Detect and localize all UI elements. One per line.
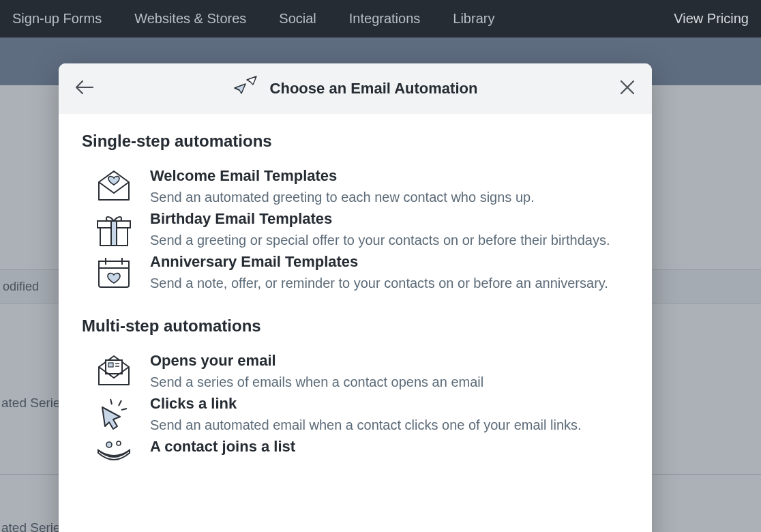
section-single-step: Single-step automations xyxy=(82,132,629,151)
calendar-heart-icon xyxy=(94,253,134,290)
option-opens-email[interactable]: Opens your email Send a series of emails… xyxy=(82,352,629,392)
nav-library[interactable]: Library xyxy=(453,11,494,27)
cursor-click-icon xyxy=(94,395,134,432)
svg-point-14 xyxy=(106,442,112,447)
top-nav: Sign-up Forms Websites & Stores Social I… xyxy=(0,0,761,38)
nav-view-pricing[interactable]: View Pricing xyxy=(674,11,749,26)
close-button[interactable] xyxy=(619,79,636,98)
option-contact-joins-list[interactable]: A contact joins a list xyxy=(82,438,629,462)
option-clicks-link[interactable]: Clicks a link Send an automated email wh… xyxy=(82,395,629,435)
nav-social[interactable]: Social xyxy=(279,11,316,27)
option-title: Anniversary Email Templates xyxy=(150,253,629,271)
envelope-letter-icon xyxy=(94,352,134,387)
svg-line-11 xyxy=(110,399,112,404)
paper-planes-icon xyxy=(233,76,260,102)
svg-rect-8 xyxy=(108,363,113,367)
option-title: A contact joins a list xyxy=(150,438,629,456)
envelope-heart-icon xyxy=(94,167,134,203)
modal-overlay: Choose an Email Automation Single-step a… xyxy=(0,38,761,532)
option-desc: Send a series of emails when a contact o… xyxy=(150,372,629,392)
gift-icon xyxy=(94,210,134,248)
nav-integrations[interactable]: Integrations xyxy=(349,11,421,27)
close-icon xyxy=(619,79,636,95)
option-desc: Send an automated email when a contact c… xyxy=(150,415,629,435)
modal-title: Choose an Email Automation xyxy=(270,80,478,98)
option-title: Opens your email xyxy=(150,352,629,370)
back-button[interactable] xyxy=(75,80,94,98)
arrow-left-icon xyxy=(75,80,94,95)
nav-websites-stores[interactable]: Websites & Stores xyxy=(134,11,246,27)
option-title: Welcome Email Templates xyxy=(150,167,629,185)
svg-line-13 xyxy=(121,409,127,410)
svg-line-12 xyxy=(119,400,121,406)
modal-header: Choose an Email Automation xyxy=(59,63,652,114)
bowl-contacts-icon xyxy=(94,438,134,462)
option-birthday-email[interactable]: Birthday Email Templates Send a greeting… xyxy=(82,210,629,250)
svg-rect-2 xyxy=(111,221,117,246)
svg-point-15 xyxy=(117,441,121,445)
section-multi-step: Multi-step automations xyxy=(82,316,629,336)
svg-rect-4 xyxy=(99,261,129,268)
option-title: Birthday Email Templates xyxy=(150,210,629,228)
modal-body: Single-step automations Welcome Email Te… xyxy=(59,114,652,465)
option-desc: Send a greeting or special offer to your… xyxy=(150,231,629,250)
nav-signup-forms[interactable]: Sign-up Forms xyxy=(12,11,102,27)
option-welcome-email[interactable]: Welcome Email Templates Send an automate… xyxy=(82,167,629,207)
automation-modal: Choose an Email Automation Single-step a… xyxy=(59,63,652,532)
option-desc: Send an automated greeting to each new c… xyxy=(150,188,629,207)
option-title: Clicks a link xyxy=(150,395,629,413)
option-anniversary-email[interactable]: Anniversary Email Templates Send a note,… xyxy=(82,253,629,293)
option-desc: Send a note, offer, or reminder to your … xyxy=(150,274,629,293)
